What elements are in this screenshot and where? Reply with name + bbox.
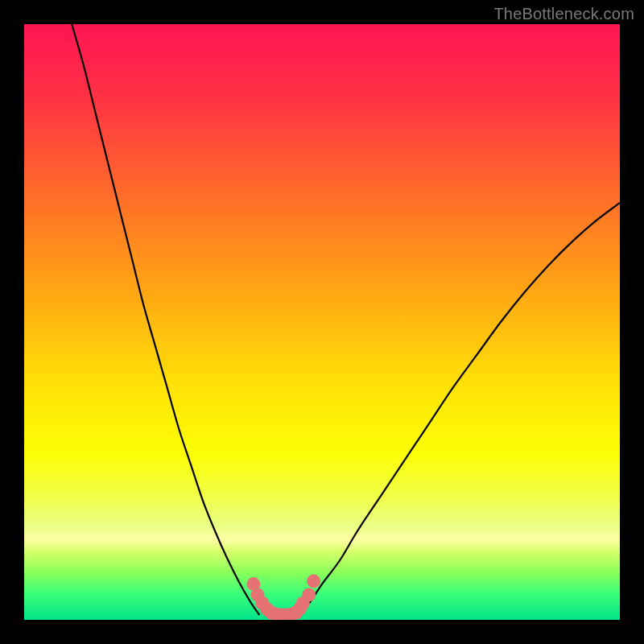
valley-dot xyxy=(307,574,320,588)
bottleneck-chart xyxy=(24,24,620,620)
attribution-label: TheBottleneck.com xyxy=(493,5,634,23)
plot-area xyxy=(24,24,620,620)
valley-dot xyxy=(302,588,316,601)
gradient-background xyxy=(24,24,620,620)
chart-frame: TheBottleneck.com xyxy=(0,0,644,644)
